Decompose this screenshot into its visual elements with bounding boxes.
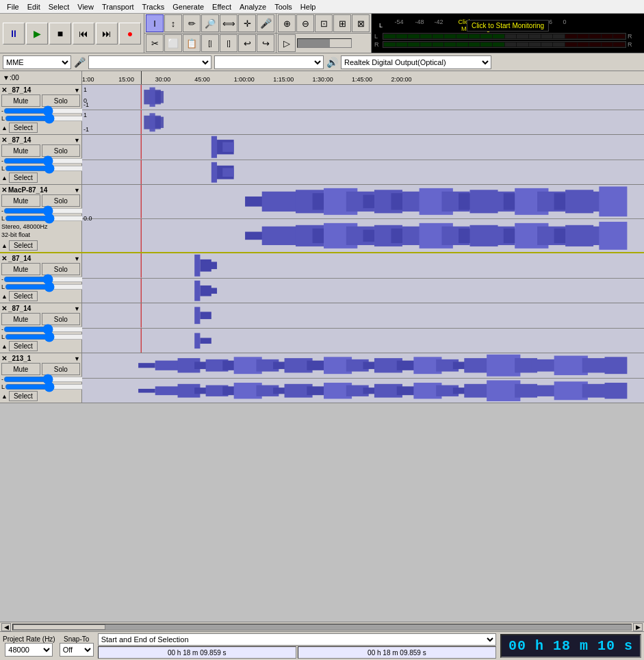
multi-tool-button[interactable]: ✛ — [238, 14, 256, 32]
menu-tools[interactable]: Tools — [270, 1, 296, 12]
prev-button[interactable]: ⏮ — [73, 23, 94, 45]
project-rate-select[interactable]: 48000 — [5, 643, 53, 657]
ruler-area[interactable]: 1:00 15:00 30:00 45:00 1:00:00 1:15:00 1… — [82, 71, 644, 84]
track-1-close[interactable]: ✕ — [1, 86, 7, 94]
selection-format-select[interactable]: Start and End of Selection — [98, 633, 496, 646]
track-2-select[interactable]: Select — [9, 173, 38, 183]
stop-button[interactable]: ■ — [49, 23, 71, 45]
svg-rect-18 — [222, 168, 233, 177]
playback-slider[interactable] — [297, 38, 352, 48]
svg-rect-42 — [599, 186, 627, 216]
horizontal-scrollbar[interactable]: ◀ ▶ — [0, 622, 644, 631]
svg-rect-87 — [138, 364, 155, 368]
track-2-collapse[interactable]: ▲ — [1, 175, 8, 181]
track-3-collapse[interactable]: ▲ — [1, 242, 8, 249]
trim-audio-right-button[interactable]: |] — [220, 34, 237, 52]
fit-project-button[interactable]: ⊠ — [352, 14, 370, 32]
menu-select[interactable]: Select — [44, 1, 74, 12]
play-button[interactable]: ▶ — [26, 23, 48, 45]
selection-end-input[interactable] — [298, 646, 496, 659]
track-4-waveform: 1 -1 1 -1 — [82, 253, 644, 303]
redo-button[interactable]: ↪ — [257, 34, 274, 52]
timeshift-tool-button[interactable]: ⟺ — [220, 14, 237, 32]
track-5-menu[interactable]: ▼ — [74, 305, 80, 312]
selection-start-input[interactable] — [98, 646, 296, 659]
track-3-pan-slider[interactable] — [5, 215, 93, 222]
track-5-select[interactable]: Select — [9, 341, 38, 351]
track-6-menu[interactable]: ▼ — [74, 355, 80, 362]
track-4-ch1-svg — [82, 253, 644, 278]
play-once-button[interactable]: ▷ — [278, 34, 296, 52]
channels-select[interactable] — [214, 55, 324, 69]
track-4-menu[interactable]: ▼ — [74, 255, 80, 262]
timeline-ruler[interactable]: ▼:00 1:00 15:00 30:00 45:00 1:00:00 1:15… — [0, 71, 644, 85]
copy-button[interactable]: ⬜ — [164, 34, 182, 52]
menu-bar: File Edit Select View Transport Tracks G… — [0, 0, 644, 14]
track-5-waveform: 0 0 — [82, 303, 644, 353]
track-5-close[interactable]: ✕ — [1, 305, 7, 312]
track-5-collapse[interactable]: ▲ — [1, 343, 8, 350]
track-4-select[interactable]: Select — [9, 291, 38, 301]
mic-button[interactable]: 🎤 — [257, 14, 274, 32]
track-1-select[interactable]: Select — [9, 123, 38, 133]
menu-help[interactable]: Help — [296, 1, 320, 12]
track-1-collapse[interactable]: ▲ — [1, 125, 8, 131]
scroll-thumb[interactable] — [13, 624, 105, 630]
menu-analyze[interactable]: Analyze — [235, 1, 270, 12]
pencil-tool-button[interactable]: ✏ — [183, 14, 201, 32]
ruler-tick-1:00: 1:00 — [82, 76, 94, 83]
track-4-collapse[interactable]: ▲ — [1, 293, 8, 300]
track-1-pan-slider[interactable] — [5, 115, 93, 122]
track-3-close[interactable]: ✕ — [1, 186, 7, 194]
menu-tracks[interactable]: Tracks — [138, 1, 169, 12]
zoom-fit-button[interactable]: ⊞ — [333, 14, 351, 32]
track-6-collapse[interactable]: ▲ — [1, 393, 8, 400]
svg-rect-10 — [82, 135, 644, 160]
track-5-ch1: 0 — [82, 303, 644, 329]
selection-tool-button[interactable]: I — [146, 14, 164, 32]
menu-effect[interactable]: Effect — [208, 1, 235, 12]
track-4-close[interactable]: ✕ — [1, 255, 7, 262]
svg-rect-79 — [194, 307, 200, 325]
track-6-close[interactable]: ✕ — [1, 355, 7, 362]
svg-rect-71 — [206, 262, 217, 270]
track-3-select[interactable]: Select — [9, 240, 38, 251]
trim-audio-left-button[interactable]: [| — [201, 34, 219, 52]
menu-transport[interactable]: Transport — [98, 1, 138, 12]
input-device-select[interactable] — [88, 55, 211, 69]
scroll-left-button[interactable]: ◀ — [1, 623, 11, 631]
track-1-menu[interactable]: ▼ — [74, 87, 80, 94]
menu-generate[interactable]: Generate — [168, 1, 208, 12]
track-6-select[interactable]: Select — [9, 391, 38, 401]
track-3-menu[interactable]: ▼ — [74, 187, 80, 194]
scroll-track[interactable] — [12, 624, 632, 631]
menu-edit[interactable]: Edit — [23, 1, 44, 12]
zoom-selection-button[interactable]: ⊡ — [315, 14, 333, 32]
scroll-right-button[interactable]: ▶ — [633, 623, 643, 631]
paste-button[interactable]: 📋 — [183, 34, 201, 52]
envelope-tool-button[interactable]: ↕ — [164, 14, 182, 32]
vu-meter-section: L Click to Start Monitoring -54 -48 -42 … — [372, 14, 644, 53]
track-6-pan-slider[interactable] — [5, 383, 93, 390]
pause-button[interactable]: ⏸ — [3, 23, 25, 45]
track-2-menu[interactable]: ▼ — [74, 137, 80, 144]
zoom-in-button[interactable]: ⊕ — [278, 14, 296, 32]
output-device-select[interactable]: Realtek Digital Output(Optical) — [341, 55, 491, 69]
menu-view[interactable]: View — [73, 1, 98, 12]
zoom-out-button[interactable]: ⊖ — [296, 14, 314, 32]
record-button[interactable]: ● — [119, 23, 141, 45]
cut-button[interactable]: ✂ — [146, 34, 164, 52]
track-2-ch1-svg — [82, 135, 644, 160]
undo-button[interactable]: ↩ — [238, 34, 256, 52]
track-2-pan-slider[interactable] — [5, 165, 93, 172]
click-to-start-monitoring[interactable]: Click to Start Monitoring — [467, 20, 549, 31]
zoom-tool-button[interactable]: 🔎 — [201, 14, 219, 32]
menu-file[interactable]: File — [3, 1, 23, 12]
track-5-pan-slider[interactable] — [5, 333, 93, 340]
track-4-pan-slider[interactable] — [5, 283, 93, 290]
track-2-close[interactable]: ✕ — [1, 136, 7, 144]
next-button[interactable]: ⏭ — [96, 23, 118, 45]
snap-select[interactable]: Off — [60, 643, 94, 657]
track-3-controls: ✕ MacP-87_14 ▼ Mute Solo -+ LR Stereo, 4… — [0, 185, 82, 252]
audio-host-select[interactable]: MME — [3, 55, 71, 69]
